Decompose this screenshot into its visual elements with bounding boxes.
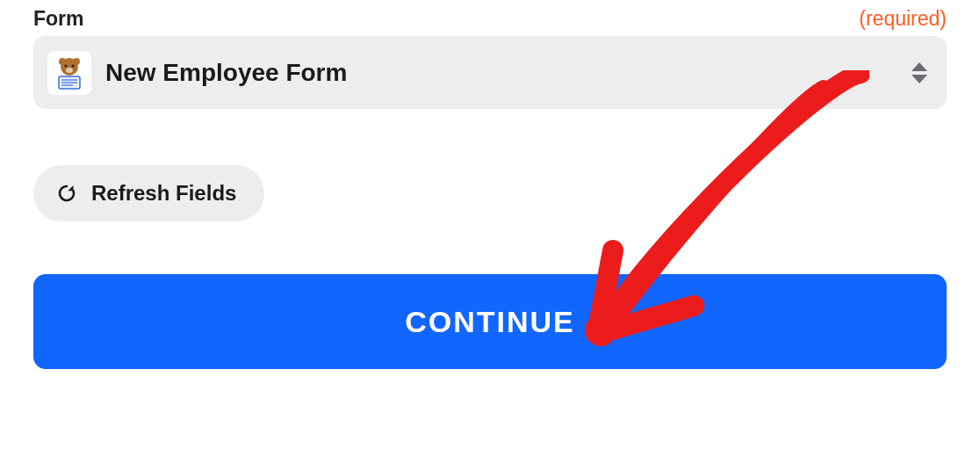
- form-field-label: Form: [33, 7, 84, 31]
- svg-point-1: [59, 58, 66, 65]
- form-select[interactable]: New Employee Form: [33, 36, 947, 109]
- form-app-icon: [47, 51, 91, 95]
- form-select-value: New Employee Form: [105, 59, 912, 87]
- svg-point-4: [71, 64, 74, 67]
- continue-label: CONTINUE: [405, 305, 575, 339]
- refresh-icon: [56, 183, 77, 204]
- continue-button[interactable]: CONTINUE: [33, 274, 947, 369]
- svg-point-5: [66, 68, 73, 73]
- chevron-updown-icon: [912, 62, 927, 83]
- refresh-fields-label: Refresh Fields: [91, 181, 236, 206]
- svg-point-3: [64, 64, 67, 67]
- form-field-header: Form (required): [33, 7, 947, 31]
- refresh-fields-button[interactable]: Refresh Fields: [33, 165, 264, 221]
- svg-point-2: [73, 58, 80, 65]
- required-tag: (required): [859, 7, 947, 31]
- wpforms-bear-icon: [52, 55, 87, 91]
